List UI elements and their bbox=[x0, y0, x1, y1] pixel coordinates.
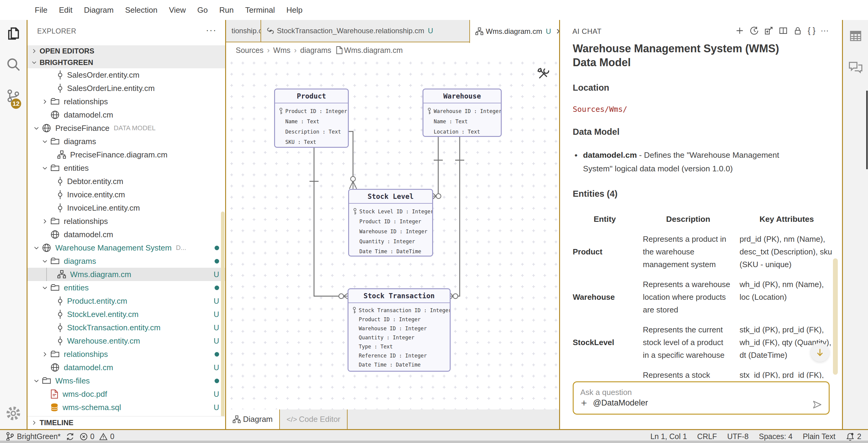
chat-input-box[interactable]: Ask a question ＋ @DataModeler bbox=[573, 381, 830, 415]
error-icon bbox=[80, 433, 88, 441]
entity-icon bbox=[57, 177, 63, 186]
scroll-to-bottom-button[interactable] bbox=[811, 343, 829, 362]
diagram-icon bbox=[57, 270, 66, 279]
tree-item-wms-schema-sql[interactable]: wms-schema.sqlU bbox=[28, 401, 225, 414]
chevron-right-icon bbox=[42, 219, 48, 224]
split-panel-icon[interactable] bbox=[779, 26, 788, 35]
tree-item-stocklevel-entity[interactable]: StockLevel.entity.cmU bbox=[28, 308, 225, 321]
table-cell-description: Represents a stock transaction recording bbox=[643, 369, 734, 378]
branch-indicator[interactable]: BrightGreen* bbox=[5, 432, 61, 442]
chat-content[interactable]: Warehouse Management System (WMS) Data M… bbox=[560, 37, 834, 378]
entity-warehouse[interactable]: Warehouse Warehouse ID : Integer Name : … bbox=[423, 89, 502, 137]
tree-item-stocktransaction-entity[interactable]: StockTransaction.entity.cmU bbox=[28, 321, 225, 334]
tab-relationship-truncated[interactable]: tionship.cm U bbox=[226, 20, 260, 42]
tree-item-invoiceline-entity[interactable]: InvoiceLine.entity.cm bbox=[28, 201, 225, 215]
breadcrumb-item[interactable]: Wms.diagram.cm bbox=[344, 46, 403, 55]
entity-product[interactable]: Product Product ID : Integer Name : Text… bbox=[274, 89, 349, 148]
eol-indicator[interactable]: CRLF bbox=[697, 432, 717, 441]
braces-icon[interactable]: { } bbox=[808, 26, 815, 35]
section-timeline[interactable]: TIMELINE bbox=[28, 416, 225, 429]
tree-item-datamodel[interactable]: datamodel.cm bbox=[28, 228, 225, 241]
breadcrumb-item[interactable]: Sources bbox=[234, 46, 266, 55]
language-indicator[interactable]: Plain Text bbox=[803, 432, 835, 441]
tab-stocktransaction-warehouse-relationship[interactable]: StockTransaction_Warehouse.relationship.… bbox=[260, 20, 469, 42]
chat-bubbles-icon[interactable] bbox=[848, 60, 863, 75]
search-icon[interactable] bbox=[6, 57, 21, 72]
tree-item-wms-diagrams[interactable]: diagrams bbox=[28, 254, 225, 268]
diagram-canvas[interactable]: Product Product ID : Integer Name : Text… bbox=[226, 57, 559, 409]
menu-view[interactable]: View bbox=[163, 5, 192, 15]
menu-edit[interactable]: Edit bbox=[53, 5, 78, 15]
sync-icon[interactable] bbox=[66, 432, 75, 441]
explorer-icon[interactable] bbox=[6, 26, 21, 41]
sidebar-scrollbar[interactable] bbox=[221, 212, 224, 417]
menu-selection[interactable]: Selection bbox=[119, 5, 163, 15]
open-in-editor-icon[interactable] bbox=[764, 26, 773, 35]
new-chat-icon[interactable] bbox=[735, 26, 744, 35]
chevron-right-icon bbox=[42, 99, 48, 104]
indent-guide bbox=[46, 268, 47, 281]
breadcrumb-item[interactable]: Wms bbox=[266, 46, 292, 55]
tree-item-wms-entities[interactable]: entities bbox=[28, 281, 225, 294]
tree-item-wms-datamodel[interactable]: datamodel.cmU bbox=[28, 361, 225, 374]
more-actions-icon[interactable]: ··· bbox=[206, 25, 217, 35]
section-workspace-root[interactable]: BRIGHTGREEN bbox=[28, 57, 225, 68]
cursor-position[interactable]: Ln 1, Col 1 bbox=[650, 432, 687, 441]
gear-icon[interactable] bbox=[5, 406, 21, 421]
chat-scrollbar[interactable] bbox=[833, 258, 838, 375]
history-icon[interactable] bbox=[749, 26, 759, 35]
tree-item-product-entity[interactable]: Product.entity.cmU bbox=[28, 294, 225, 308]
tree-item-datamodel[interactable]: datamodel.cm bbox=[28, 108, 225, 122]
notifications-indicator[interactable]: 2 bbox=[846, 432, 861, 441]
tree-item-diagrams[interactable]: diagrams bbox=[28, 135, 225, 148]
indent-indicator[interactable]: Spaces: 4 bbox=[759, 432, 793, 441]
menu-go[interactable]: Go bbox=[192, 5, 214, 15]
tab-diagram-mode[interactable]: Diagram bbox=[226, 409, 280, 429]
close-icon[interactable]: ✕ bbox=[556, 27, 559, 36]
lock-icon[interactable] bbox=[793, 26, 802, 35]
menu-diagram[interactable]: Diagram bbox=[78, 5, 119, 15]
untracked-mark: U bbox=[214, 390, 219, 399]
menu-file[interactable]: File bbox=[29, 5, 53, 15]
encoding-indicator[interactable]: UTF-8 bbox=[727, 432, 749, 441]
errors-indicator[interactable]: 0 bbox=[80, 432, 95, 441]
tree-item-label: SalesOrder.entity.cm bbox=[67, 70, 139, 80]
tree-item-warehouse-entity[interactable]: Warehouse.entity.cmU bbox=[28, 334, 225, 348]
breadcrumb-item[interactable]: diagrams bbox=[292, 46, 333, 55]
tree-item-wms-relationships[interactable]: relationships bbox=[28, 348, 225, 361]
key-icon bbox=[427, 107, 431, 115]
tree-item-relationships[interactable]: relationships bbox=[28, 95, 225, 108]
tree-item-salesorderline-entity[interactable]: SalesOrderLine.entity.cm bbox=[28, 82, 225, 95]
tree-item-precisefinance[interactable]: PreciseFinanceDATA MODEL bbox=[28, 122, 225, 135]
more-actions-icon[interactable]: ··· bbox=[820, 26, 829, 35]
menu-terminal[interactable]: Terminal bbox=[239, 5, 280, 15]
tree-item-wms-diagram-selected[interactable]: Wms.diagram.cmU bbox=[28, 268, 225, 281]
untracked-mark: U bbox=[214, 323, 219, 332]
tab-wms-diagram-active[interactable]: Wms.diagram.cm U ✕ bbox=[469, 20, 559, 43]
datamodel-bullet: datamodel.cm - Defines the "Warehouse Ma… bbox=[573, 148, 796, 176]
table-view-icon[interactable] bbox=[849, 29, 863, 43]
secondary-scrollbar[interactable] bbox=[866, 91, 868, 169]
entity-stock-level[interactable]: Stock Level Stock Level ID : Integer Pro… bbox=[348, 189, 433, 257]
tree-item-salesorder-entity[interactable]: SalesOrder.entity.cm bbox=[28, 68, 225, 82]
tree-item-wms-files[interactable]: Wms-files bbox=[28, 374, 225, 387]
tree-item-relationships[interactable]: relationships bbox=[28, 215, 225, 228]
tree-item-entities[interactable]: entities bbox=[28, 161, 225, 175]
menu-help[interactable]: Help bbox=[280, 5, 308, 15]
tab-code-editor-mode[interactable]: </> Code Editor bbox=[280, 409, 347, 429]
send-icon[interactable] bbox=[812, 399, 823, 410]
warnings-indicator[interactable]: 0 bbox=[99, 432, 114, 441]
menu-run[interactable]: Run bbox=[214, 5, 240, 15]
section-open-editors[interactable]: OPEN EDITORS bbox=[28, 45, 225, 57]
entity-stock-transaction[interactable]: Stock Transaction Stock Transaction ID :… bbox=[347, 288, 451, 372]
tree-item-wms-model[interactable]: Warehouse Management SystemD... bbox=[28, 241, 225, 254]
tree-item-invoice-entity[interactable]: Invoice.entity.cm bbox=[28, 188, 225, 201]
diagram-tools-icon[interactable] bbox=[536, 67, 550, 81]
attach-icon[interactable]: ＋ bbox=[579, 396, 589, 409]
agent-mention[interactable]: @DataModeler bbox=[593, 398, 648, 408]
folder-icon bbox=[51, 137, 60, 146]
tree-item-wms-doc-pdf[interactable]: wms-doc.pdfU bbox=[28, 387, 225, 401]
tree-item-debtor-entity[interactable]: Debtor.entity.cm bbox=[28, 175, 225, 188]
tree-item-precisefinance-diagram[interactable]: PreciseFinance.diagram.cm bbox=[28, 148, 225, 161]
table-cell-attributes: stx_id (PK), prd_id (FK), wh_id (FK), qt… bbox=[740, 369, 834, 378]
